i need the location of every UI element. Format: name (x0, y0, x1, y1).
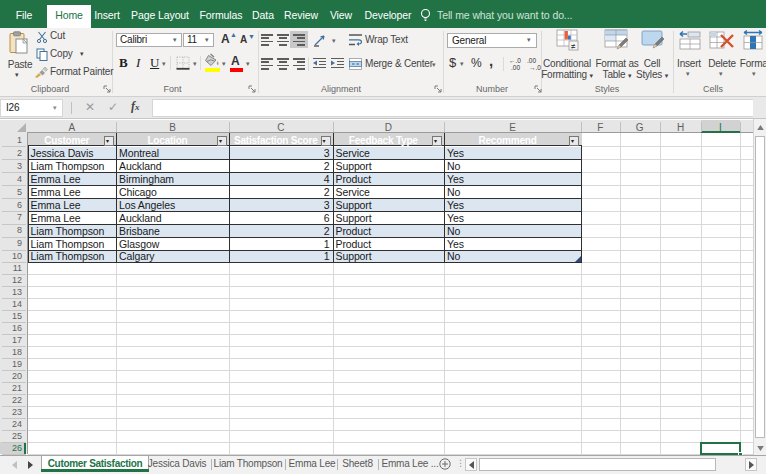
svg-text:.00: .00 (527, 57, 536, 64)
svg-text:≠: ≠ (571, 42, 576, 51)
svg-text:←.0: ←.0 (509, 57, 521, 64)
svg-text:.00: .00 (511, 64, 520, 71)
